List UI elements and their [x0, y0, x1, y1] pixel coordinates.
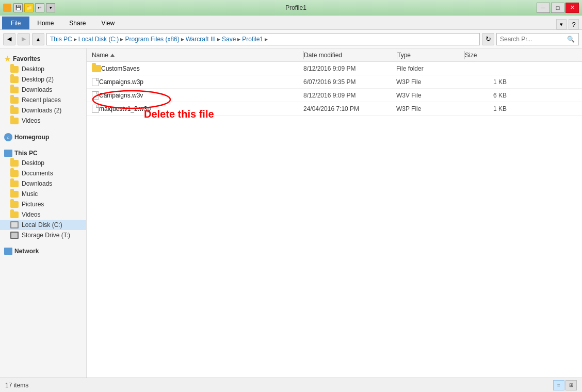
sidebar-item-downloads2[interactable]: Downloads (2) — [0, 105, 86, 116]
folder-icon — [10, 76, 19, 83]
sort-indicator — [110, 54, 115, 57]
file-row-campaigns-w3p[interactable]: Campaigns.w3p 6/07/2016 9:35 PM W3P File… — [87, 75, 582, 89]
file-row-malquestv1-2[interactable]: malquestv1_2.w3p 24/04/2016 7:10 PM W3P … — [87, 102, 582, 116]
network-icon — [4, 248, 12, 255]
disk-icon — [10, 221, 19, 228]
sidebar-item-videos2[interactable]: Videos — [0, 209, 86, 220]
quick-access-dropdown[interactable]: ▾ — [46, 3, 55, 12]
col-header-size[interactable]: Size — [465, 52, 516, 59]
forward-button[interactable]: ▶ — [18, 33, 30, 45]
folder-icon — [10, 181, 19, 187]
folder-icon — [10, 211, 19, 218]
window-icon — [3, 4, 11, 12]
status-bar: 17 items ≡ ⊞ — [0, 378, 582, 392]
title-bar: 💾 📁 ↩ ▾ Profile1 ─ □ ✕ — [0, 0, 582, 15]
folder-icon — [92, 65, 101, 72]
file-row-campaigns-w3v[interactable]: Campaigns.w3v 8/12/2016 9:09 PM W3V File… — [87, 89, 582, 102]
tab-home[interactable]: Home — [29, 17, 61, 29]
up-button[interactable]: ▲ — [32, 33, 44, 45]
file-list: Name Date modified Type Size CustomSaves… — [87, 48, 582, 378]
breadcrumb-programfiles[interactable]: Program Files (x86) — [125, 36, 179, 43]
breadcrumb-thispc[interactable]: This PC — [50, 36, 72, 43]
undo-quick-btn[interactable]: ↩ — [35, 3, 44, 12]
sidebar-item-recent[interactable]: Recent places — [0, 95, 86, 105]
help-button[interactable]: ? — [569, 19, 579, 29]
folder-icon — [10, 87, 19, 93]
ribbon-expand-btn[interactable]: ▾ — [556, 19, 567, 29]
col-header-date[interactable]: Date modified — [304, 52, 397, 59]
sidebar-item-localdisk[interactable]: Local Disk (C:) — [0, 220, 86, 230]
sidebar-item-documents[interactable]: Documents — [0, 168, 86, 178]
doc-icon — [92, 105, 99, 113]
sidebar-group-network: Network — [0, 244, 86, 256]
refresh-button[interactable]: ↻ — [482, 33, 494, 45]
quick-access-toolbar: 💾 📁 ↩ ▾ — [13, 3, 55, 12]
tab-file[interactable]: File — [2, 17, 29, 29]
sidebar-item-music[interactable]: Music — [0, 189, 86, 199]
folder-icon — [10, 107, 19, 114]
folder-icon — [10, 191, 19, 198]
main-container: ★ Favorites Desktop Desktop (2) Download… — [0, 48, 582, 378]
item-count: 17 items — [5, 382, 28, 389]
sidebar: ★ Favorites Desktop Desktop (2) Download… — [0, 48, 87, 378]
view-buttons: ≡ ⊞ — [553, 380, 577, 390]
breadcrumb-save[interactable]: Save — [222, 36, 236, 43]
col-header-type[interactable]: Type — [397, 52, 464, 59]
window-title: Profile1 — [55, 4, 537, 11]
sidebar-item-desktop3[interactable]: Desktop — [0, 158, 86, 168]
doc-icon — [92, 78, 99, 86]
sidebar-item-storagedrive[interactable]: Storage Drive (T:) — [0, 230, 86, 240]
sidebar-item-pictures[interactable]: Pictures — [0, 199, 86, 209]
folder-icon — [10, 118, 19, 124]
sidebar-item-desktop2[interactable]: Desktop (2) — [0, 74, 86, 85]
sidebar-group-thispc: This PC — [0, 146, 86, 158]
maximize-button[interactable]: □ — [551, 3, 564, 13]
sidebar-group-homegroup: ⌂ Homegroup — [0, 130, 86, 142]
folder-icon — [10, 160, 19, 167]
breadcrumb-warcraft[interactable]: Warcraft III — [186, 36, 216, 43]
search-input[interactable] — [500, 36, 566, 43]
storage-icon — [10, 232, 19, 239]
doc-icon — [92, 91, 99, 100]
sidebar-item-videos1[interactable]: Videos — [0, 116, 86, 126]
search-box[interactable]: 🔍 — [496, 33, 579, 45]
view-details-button[interactable]: ≡ — [553, 380, 564, 390]
address-bar: ◀ ▶ ▲ This PC ▸ Local Disk (C:) ▸ Progra… — [0, 30, 582, 48]
star-icon: ★ — [4, 55, 11, 63]
back-button[interactable]: ◀ — [3, 33, 15, 45]
window-controls: ─ □ ✕ — [537, 3, 579, 13]
folder-icon — [10, 97, 19, 104]
sidebar-item-downloads3[interactable]: Downloads — [0, 178, 86, 189]
title-bar-left: 💾 📁 ↩ ▾ — [3, 3, 55, 12]
ribbon-tabs: File Home Share View ▾ ? — [0, 15, 582, 30]
tab-view[interactable]: View — [93, 17, 122, 29]
col-header-name[interactable]: Name — [87, 52, 303, 59]
breadcrumb-bar: This PC ▸ Local Disk (C:) ▸ Program File… — [46, 33, 480, 45]
file-row-customsaves[interactable]: CustomSaves 8/12/2016 9:09 PM File folde… — [87, 62, 582, 75]
minimize-button[interactable]: ─ — [537, 3, 550, 13]
file-list-header: Name Date modified Type Size — [87, 48, 582, 62]
folder-icon — [10, 170, 19, 177]
breadcrumb-profile1[interactable]: Profile1 — [242, 36, 263, 43]
folder-icon — [10, 66, 19, 73]
sidebar-item-desktop[interactable]: Desktop — [0, 64, 86, 74]
window-wrapper: 💾 📁 ↩ ▾ Profile1 ─ □ ✕ File Home Share V… — [0, 0, 582, 392]
thispc-icon — [4, 150, 12, 157]
folder-quick-btn[interactable]: 📁 — [24, 3, 34, 12]
homegroup-icon: ⌂ — [4, 133, 12, 141]
tab-share[interactable]: Share — [61, 17, 93, 29]
save-quick-btn[interactable]: 💾 — [13, 3, 23, 12]
breadcrumb-localdisk[interactable]: Local Disk (C:) — [78, 36, 119, 43]
sidebar-group-favorites: ★ Favorites — [0, 52, 86, 64]
search-icon[interactable]: 🔍 — [566, 34, 575, 45]
sidebar-item-downloads[interactable]: Downloads — [0, 85, 86, 95]
close-button[interactable]: ✕ — [565, 3, 579, 13]
view-large-button[interactable]: ⊞ — [565, 380, 577, 390]
folder-icon — [10, 201, 19, 208]
